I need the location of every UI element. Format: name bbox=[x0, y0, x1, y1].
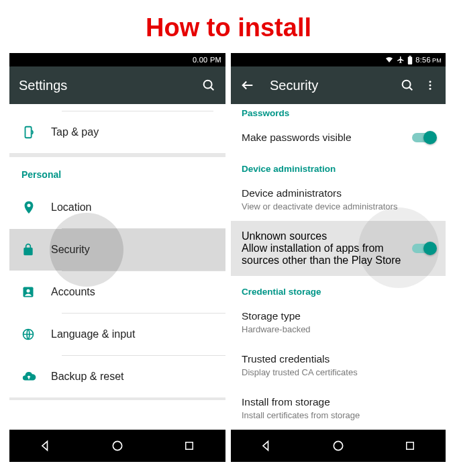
status-time-left: 0.00 PM bbox=[193, 56, 221, 64]
row-label: Accounts bbox=[51, 286, 95, 298]
wifi-icon bbox=[385, 56, 394, 64]
location-icon bbox=[21, 200, 51, 215]
item-title: Make passwords visible bbox=[242, 132, 405, 144]
search-icon[interactable] bbox=[400, 78, 415, 93]
back-arrow-icon[interactable] bbox=[240, 78, 255, 93]
appbar-security: Security bbox=[231, 66, 446, 104]
nav-home-icon[interactable] bbox=[110, 438, 125, 453]
nav-back-icon[interactable] bbox=[259, 438, 274, 453]
svg-point-15 bbox=[334, 441, 342, 450]
account-icon bbox=[21, 285, 51, 299]
status-bar-right: 8:56PM bbox=[231, 53, 446, 66]
svg-point-14 bbox=[429, 88, 431, 90]
item-title: Unknown sources bbox=[242, 230, 405, 242]
svg-point-0 bbox=[204, 81, 212, 89]
svg-rect-7 bbox=[186, 442, 193, 450]
toggle-switch[interactable] bbox=[412, 244, 435, 253]
row-label: Security bbox=[51, 244, 90, 256]
airplane-icon bbox=[397, 56, 405, 64]
search-icon[interactable] bbox=[201, 78, 216, 93]
svg-rect-2 bbox=[26, 127, 32, 138]
item-title: Trusted credentials bbox=[242, 353, 435, 365]
svg-rect-9 bbox=[409, 56, 411, 57]
globe-icon bbox=[21, 328, 51, 341]
nav-home-icon[interactable] bbox=[331, 438, 346, 453]
nav-bar-left bbox=[9, 430, 225, 462]
backup-icon bbox=[21, 369, 51, 384]
appbar-title-left: Settings bbox=[19, 78, 192, 93]
item-subtitle: Hardware-backed bbox=[242, 324, 435, 334]
row-label: Location bbox=[51, 201, 92, 213]
phone-left: 0.00 PM Settings Tap & pay Personal bbox=[9, 53, 225, 462]
phone-right: 8:56PM Security Passwords Make passwords… bbox=[231, 53, 446, 462]
row-language[interactable]: Language & input bbox=[9, 314, 225, 355]
row-security[interactable]: Security bbox=[9, 229, 225, 271]
status-bar-left: 0.00 PM bbox=[9, 53, 225, 66]
item-title: Install from storage bbox=[242, 396, 435, 408]
svg-line-1 bbox=[211, 87, 213, 90]
nav-recent-icon[interactable] bbox=[403, 438, 417, 453]
section-passwords: Passwords bbox=[231, 104, 446, 122]
status-time: 8:56PM bbox=[415, 56, 442, 64]
section-personal: Personal bbox=[9, 157, 225, 187]
overflow-menu-icon[interactable] bbox=[424, 78, 436, 93]
nav-back-icon[interactable] bbox=[38, 438, 53, 453]
svg-line-11 bbox=[409, 87, 412, 90]
lock-icon bbox=[21, 243, 51, 256]
page-title: How to install bbox=[0, 0, 457, 53]
row-label: Language & input bbox=[51, 328, 135, 340]
svg-point-4 bbox=[27, 289, 30, 293]
row-backup[interactable]: Backup & reset bbox=[9, 356, 225, 397]
row-location[interactable]: Location bbox=[9, 187, 225, 228]
tap-and-pay-icon bbox=[21, 125, 51, 140]
nav-bar-right bbox=[231, 430, 446, 462]
item-subtitle: Display trusted CA certificates bbox=[242, 367, 435, 377]
toggle-switch[interactable] bbox=[412, 133, 435, 142]
svg-rect-8 bbox=[408, 56, 412, 64]
row-trusted-credentials[interactable]: Trusted credentials Display trusted CA c… bbox=[231, 344, 446, 387]
svg-rect-16 bbox=[406, 442, 413, 450]
row-storage-type[interactable]: Storage type Hardware-backed bbox=[231, 301, 446, 344]
row-unknown-sources[interactable]: Unknown sources Allow installation of ap… bbox=[231, 221, 446, 276]
section-divider bbox=[9, 397, 225, 400]
row-label: Tap & pay bbox=[51, 126, 99, 138]
item-subtitle: Install certificates from storage bbox=[242, 410, 435, 420]
nav-recent-icon[interactable] bbox=[182, 438, 197, 453]
svg-point-10 bbox=[403, 81, 411, 89]
appbar-title-right: Security bbox=[270, 78, 391, 93]
row-tap-and-pay[interactable]: Tap & pay bbox=[9, 111, 225, 153]
row-label: Backup & reset bbox=[51, 371, 124, 383]
item-title: Device administrators bbox=[242, 187, 435, 199]
svg-point-12 bbox=[429, 81, 431, 83]
item-subtitle: Allow installation of apps from sources … bbox=[242, 242, 405, 267]
row-install-from-storage[interactable]: Install from storage Install certificate… bbox=[231, 387, 446, 430]
battery-icon bbox=[407, 56, 413, 64]
appbar-settings: Settings bbox=[9, 66, 225, 104]
section-device-admin: Device administration bbox=[231, 153, 446, 178]
svg-point-6 bbox=[113, 441, 121, 450]
item-title: Storage type bbox=[242, 310, 435, 322]
svg-point-13 bbox=[429, 85, 431, 87]
row-accounts[interactable]: Accounts bbox=[9, 271, 225, 313]
row-make-passwords-visible[interactable]: Make passwords visible bbox=[231, 122, 446, 153]
